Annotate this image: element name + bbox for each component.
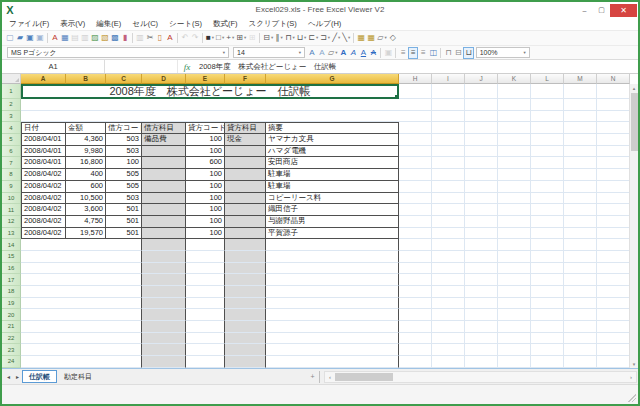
cell-B10[interactable]: 10,500	[66, 193, 106, 205]
cell-J21[interactable]	[465, 321, 498, 333]
cell-A12[interactable]: 2008/04/02	[21, 216, 66, 228]
cell-K14[interactable]	[498, 239, 531, 251]
cell-K21[interactable]	[498, 321, 531, 333]
cell-N23[interactable]	[597, 344, 630, 356]
cell-A15[interactable]	[21, 251, 66, 263]
cell-N19[interactable]	[597, 298, 630, 310]
cell-K20[interactable]	[498, 309, 531, 321]
cell-I1[interactable]	[432, 84, 465, 99]
cell-I6[interactable]	[432, 146, 465, 158]
border-vertical-icon[interactable]: ∥▾	[274, 32, 284, 44]
cell-K10[interactable]	[498, 193, 531, 205]
cell-J11[interactable]	[465, 204, 498, 216]
cell-C17[interactable]	[106, 274, 142, 286]
cell-H8[interactable]	[399, 169, 432, 181]
cell-H3[interactable]	[399, 111, 432, 123]
cell-H6[interactable]	[399, 146, 432, 158]
cell-F11[interactable]	[225, 204, 266, 216]
cell-D7[interactable]	[142, 157, 186, 169]
cell-M6[interactable]	[564, 146, 597, 158]
row-header-6[interactable]: 6	[2, 146, 21, 158]
cell-A19[interactable]	[21, 298, 66, 310]
cell-J19[interactable]	[465, 298, 498, 310]
cell-J20[interactable]	[465, 309, 498, 321]
tab-nav-right-icon[interactable]: ▸	[13, 373, 22, 380]
cell-L20[interactable]	[531, 309, 564, 321]
cell-H17[interactable]	[399, 274, 432, 286]
cell-F10[interactable]	[225, 193, 266, 205]
cell-F19[interactable]	[225, 298, 266, 310]
cell-A24[interactable]	[21, 356, 66, 368]
cell-D9[interactable]	[142, 181, 186, 193]
cell-C14[interactable]	[106, 239, 142, 251]
scroll-left-icon[interactable]: ‹	[325, 374, 335, 380]
cell-C19[interactable]	[106, 298, 142, 310]
valign-bottom-icon[interactable]: ⊔	[463, 47, 473, 59]
cell-H9[interactable]	[399, 181, 432, 193]
cell-H14[interactable]	[399, 239, 432, 251]
cell-G6[interactable]: ハマダ電機	[266, 146, 399, 158]
cell-C15[interactable]	[106, 251, 142, 263]
border-horizontal-icon[interactable]: ⊟▾	[262, 32, 274, 44]
row-header-22[interactable]: 22	[2, 333, 21, 345]
cell-H7[interactable]	[399, 157, 432, 169]
cell-M24[interactable]	[564, 356, 597, 368]
cell-I22[interactable]	[432, 333, 465, 345]
cell-K2[interactable]	[498, 99, 531, 111]
cell-L2[interactable]	[531, 99, 564, 111]
row-header-2[interactable]: 2	[2, 99, 21, 111]
cell-D13[interactable]	[142, 228, 186, 240]
new-file-icon[interactable]: ▢	[5, 32, 15, 44]
cell-G11[interactable]: 織田信子	[266, 204, 399, 216]
cell-M13[interactable]	[564, 228, 597, 240]
resize-grip[interactable]	[627, 393, 636, 402]
tab-splitter[interactable]	[319, 371, 323, 383]
font-grow-icon[interactable]: A	[307, 47, 317, 59]
cell-D22[interactable]	[142, 333, 186, 345]
font-shrink-icon[interactable]: A	[317, 47, 327, 59]
row-header-10[interactable]: 10	[2, 193, 21, 205]
cell-H21[interactable]	[399, 321, 432, 333]
menu-view[interactable]: 表示(V)	[60, 19, 85, 29]
column-header-B[interactable]: B	[66, 74, 106, 84]
cell-B11[interactable]: 3,600	[66, 204, 106, 216]
column-header-C[interactable]: C	[106, 74, 142, 84]
cell-E10[interactable]: 100	[186, 193, 225, 205]
cell-B7[interactable]: 16,800	[66, 157, 106, 169]
cell-F22[interactable]	[225, 333, 266, 345]
cell-K12[interactable]	[498, 216, 531, 228]
cell-C22[interactable]	[106, 333, 142, 345]
cell-A18[interactable]	[21, 286, 66, 298]
border-top-icon[interactable]: ⊓▾	[284, 32, 296, 44]
cell-F4[interactable]: 貸方科目	[225, 122, 266, 134]
cell-C6[interactable]: 503	[106, 146, 142, 158]
cell-K15[interactable]	[498, 251, 531, 263]
scroll-right-icon[interactable]: ›	[626, 374, 636, 380]
cell-L3[interactable]	[531, 111, 564, 123]
cell-G18[interactable]	[266, 286, 399, 298]
row-header-3[interactable]: 3	[2, 111, 21, 123]
cell-H5[interactable]	[399, 134, 432, 146]
cell-L6[interactable]	[531, 146, 564, 158]
scroll-down-icon[interactable]: ▾	[633, 360, 636, 368]
menu-script[interactable]: スクリプト(S)	[248, 19, 296, 29]
cell-M5[interactable]	[564, 134, 597, 146]
cell-F16[interactable]	[225, 263, 266, 275]
row-header-17[interactable]: 17	[2, 274, 21, 286]
cell-H13[interactable]	[399, 228, 432, 240]
cell-L19[interactable]	[531, 298, 564, 310]
row-header-4[interactable]: 4	[2, 122, 21, 134]
font-size-combo[interactable]: 14 ▾	[233, 47, 305, 58]
cell-E20[interactable]	[186, 309, 225, 321]
cell-C3[interactable]	[106, 111, 142, 123]
horizontal-scroll-thumb[interactable]	[335, 373, 393, 381]
cell-J24[interactable]	[465, 356, 498, 368]
cell-G14[interactable]	[266, 239, 399, 251]
cell-H10[interactable]	[399, 193, 432, 205]
cell-G23[interactable]	[266, 344, 399, 356]
cell-I20[interactable]	[432, 309, 465, 321]
cell-L13[interactable]	[531, 228, 564, 240]
underline-icon[interactable]: A	[358, 47, 368, 59]
cell-B19[interactable]	[66, 298, 106, 310]
column-header-D[interactable]: D	[142, 74, 186, 84]
